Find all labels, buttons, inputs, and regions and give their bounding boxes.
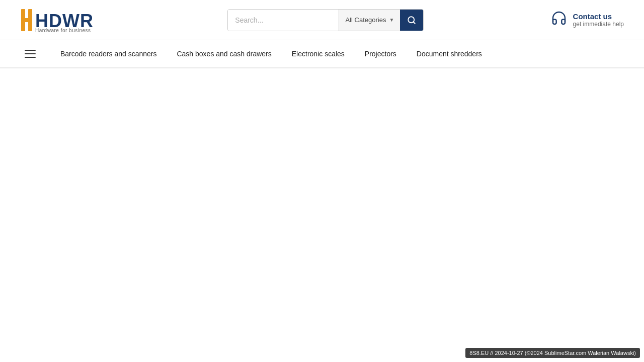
svg-line-6 <box>414 22 415 23</box>
search-input[interactable] <box>228 10 339 31</box>
nav-link-barcode[interactable]: Barcode readers and scanners <box>50 40 167 68</box>
nav-item-projectors[interactable]: Projectors <box>355 40 407 68</box>
site-header: HDWR Hardware for business All Categorie… <box>0 0 644 40</box>
logo: HDWR Hardware for business <box>20 7 101 33</box>
nav-link-cash[interactable]: Cash boxes and cash drawers <box>167 40 281 68</box>
contact-subtitle: get immediate help <box>573 21 624 28</box>
nav-links-list: Barcode readers and scanners Cash boxes … <box>50 40 492 68</box>
main-nav: Barcode readers and scanners Cash boxes … <box>0 40 644 68</box>
search-bar: All Categories ▼ <box>227 9 424 31</box>
svg-rect-2 <box>28 9 32 31</box>
hamburger-icon <box>25 50 36 58</box>
contact-area[interactable]: Contact us get immediate help <box>551 10 624 30</box>
logo-link[interactable]: HDWR Hardware for business <box>20 7 101 33</box>
contact-text: Contact us get immediate help <box>573 12 624 28</box>
search-button[interactable] <box>400 10 423 31</box>
logo-area[interactable]: HDWR Hardware for business <box>20 7 101 33</box>
hamburger-menu-button[interactable] <box>20 44 40 64</box>
category-label: All Categories <box>345 16 386 24</box>
svg-text:Hardware for business: Hardware for business <box>35 28 91 33</box>
category-dropdown[interactable]: All Categories ▼ <box>339 10 400 31</box>
contact-title: Contact us <box>573 12 624 21</box>
nav-link-shredders[interactable]: Document shredders <box>407 40 492 68</box>
nav-item-shredders[interactable]: Document shredders <box>407 40 492 68</box>
nav-link-projectors[interactable]: Projectors <box>355 40 407 68</box>
chevron-down-icon: ▼ <box>389 17 394 23</box>
nav-item-cash[interactable]: Cash boxes and cash drawers <box>167 40 281 68</box>
main-content <box>0 68 644 350</box>
footer-watermark: 8S8.EU // 2024-10-27 (©2024 SublimeStar.… <box>465 348 640 358</box>
nav-item-barcode[interactable]: Barcode readers and scanners <box>50 40 167 68</box>
nav-link-scales[interactable]: Electronic scales <box>282 40 355 68</box>
headset-icon <box>551 10 567 30</box>
search-icon <box>407 16 416 25</box>
nav-item-scales[interactable]: Electronic scales <box>282 40 355 68</box>
logo-svg: HDWR Hardware for business <box>20 7 101 33</box>
